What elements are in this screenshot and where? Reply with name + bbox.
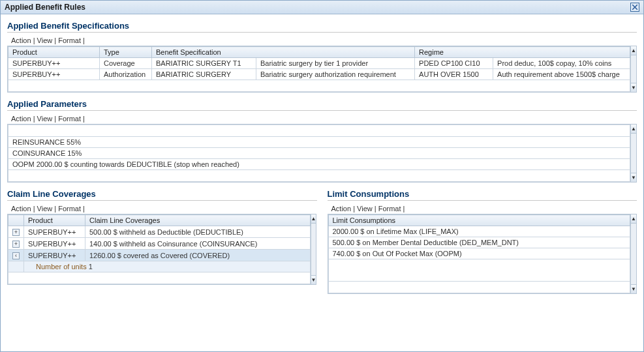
col-benefit-spec[interactable]: Benefit Specification [152, 47, 415, 58]
toolbar-view[interactable]: View [37, 115, 53, 123]
cell-spec-desc: Bariatric surgery by tier 1 provider [256, 58, 415, 69]
scroll-down-icon[interactable]: ▼ [311, 275, 316, 284]
titlebar: Applied Benefit Rules [1, 1, 643, 14]
col-product[interactable]: Product [24, 215, 85, 226]
scroll-up-icon[interactable]: ▲ [311, 214, 316, 224]
cell-spec-desc: Bariatric surgery authorization requirem… [256, 69, 415, 80]
table-row[interactable]: ‹ SUPERBUY++ 1260.00 $ covered as Covere… [8, 250, 311, 261]
table-row[interactable]: + SUPERBUY++ 140.00 $ withheld as Coinsu… [8, 238, 311, 250]
scroll-up-icon[interactable]: ▲ [631, 214, 636, 224]
divider [7, 110, 637, 111]
cell-param: OOPM 2000.00 $ counting towards DEDUCTIB… [8, 159, 630, 170]
panel-limits: Limit Consumptions Action | View | Forma… [328, 186, 637, 294]
scroll-track[interactable] [311, 224, 316, 275]
toolbar-action[interactable]: Action [11, 37, 31, 44]
cell-param: REINSURANCE 55% [8, 137, 630, 148]
section-title-spec: Applied Benefit Specifications [7, 21, 637, 31]
table-header-row: Product Type Benefit Specification Regim… [8, 47, 630, 58]
scroll-up-icon[interactable]: ▲ [631, 125, 636, 134]
col-regime[interactable]: Regime [415, 47, 630, 58]
table-footer-bar [8, 170, 630, 182]
cell-limit: 740.00 $ on Out Of Pocket Max (OOPM) [328, 248, 630, 259]
col-limit[interactable]: Limit Consumptions [328, 215, 630, 226]
coverages-table: Product Claim Line Coverages + SUPERBUY+… [8, 214, 311, 284]
divider [328, 200, 637, 201]
toolbar-coverages: Action | View | Format | [7, 203, 317, 214]
divider [7, 200, 317, 201]
section-title-coverages: Claim Line Coverages [7, 189, 317, 199]
toolbar-format[interactable]: Format [58, 205, 81, 213]
table-row[interactable]: OOPM 2000.00 $ counting towards DEDUCTIB… [8, 159, 630, 170]
scrollbar-coverages[interactable]: ▲ ▼ [311, 214, 317, 285]
scrollbar-params[interactable]: ▲ ▼ [631, 124, 637, 183]
cell-product: SUPERBUY++ [24, 226, 85, 238]
cell-coverage: 500.00 $ withheld as Deductible (DEDUCTI… [85, 226, 311, 238]
cell-product: SUPERBUY++ [8, 69, 100, 80]
scroll-down-icon[interactable]: ▼ [631, 83, 636, 92]
cell-regime-desc: Prod deduc, 100$ copay, 10% coins [493, 58, 630, 69]
cell-param: COINSURANCE 15% [8, 148, 630, 159]
table-footer-bar [8, 272, 311, 284]
limits-table: Limit Consumptions 2000.00 $ on Lifetime… [328, 214, 631, 293]
scroll-down-icon[interactable]: ▼ [631, 173, 636, 182]
collapse-icon[interactable]: ‹ [12, 252, 20, 259]
col-expander [8, 215, 24, 226]
table-row[interactable]: 740.00 $ on Out Of Pocket Max (OOPM) [328, 248, 630, 259]
toolbar-spec: Action | View | Format | [7, 35, 637, 46]
divider [7, 32, 637, 33]
col-type[interactable]: Type [100, 47, 152, 58]
cell-limit: 2000.00 $ on Lifetime Max (LIFE_MAX) [328, 226, 630, 237]
scrollbar-spec[interactable]: ▲ ▼ [631, 46, 637, 93]
table-footer-bar [8, 80, 630, 92]
table-footer-bar [328, 282, 630, 293]
cell-regime-code: AUTH OVER 1500 [415, 69, 493, 80]
table-header-row: Limit Consumptions [328, 215, 630, 226]
cell-type: Authorization [100, 69, 152, 80]
toolbar-view[interactable]: View [357, 205, 373, 213]
cell-product: SUPERBUY++ [8, 58, 100, 69]
table-row[interactable]: SUPERBUY++ Authorization BARIATRIC SURGE… [8, 69, 630, 80]
table-row[interactable]: REINSURANCE 55% [8, 137, 630, 148]
detail-label: Number of units [36, 263, 87, 271]
toolbar-view[interactable]: View [37, 37, 53, 44]
cell-product: SUPERBUY++ [24, 250, 85, 261]
toolbar-format[interactable]: Format [58, 115, 81, 123]
cell-product: SUPERBUY++ [24, 238, 85, 250]
table-row[interactable]: 500.00 $ on Member Dental Deductible (DE… [328, 237, 630, 248]
toolbar-action[interactable]: Action [11, 115, 31, 123]
cell-spec-code: BARIATRIC SURGERY [152, 69, 256, 80]
toolbar-action[interactable]: Action [331, 205, 352, 213]
col-coverage[interactable]: Claim Line Coverages [85, 215, 311, 226]
scrollbar-limits[interactable]: ▲ ▼ [631, 214, 637, 294]
scroll-track[interactable] [631, 224, 636, 284]
col-product[interactable]: Product [8, 47, 100, 58]
dialog-title: Applied Benefit Rules [5, 3, 85, 12]
benefit-spec-table: Product Type Benefit Specification Regim… [8, 46, 630, 92]
toolbar-format[interactable]: Format [378, 205, 401, 213]
cell-regime-code: PDED CP100 CI10 [415, 58, 493, 69]
cell-type: Coverage [100, 58, 152, 69]
toolbar-format[interactable]: Format [58, 37, 81, 44]
scroll-down-icon[interactable]: ▼ [631, 284, 636, 293]
table-row[interactable]: COINSURANCE 15% [8, 148, 630, 159]
scroll-track[interactable] [631, 55, 636, 83]
toolbar-action[interactable]: Action [11, 205, 31, 213]
expand-icon[interactable]: + [12, 241, 20, 248]
scroll-up-icon[interactable]: ▲ [631, 46, 636, 55]
expand-icon[interactable]: + [12, 229, 20, 236]
table-header-row: Product Claim Line Coverages [8, 215, 311, 226]
toolbar-view[interactable]: View [37, 205, 53, 213]
dialog-window: Applied Benefit Rules Applied Benefit Sp… [0, 0, 644, 352]
table-header-bar [8, 125, 630, 137]
toolbar-limits: Action | View | Format | [328, 203, 637, 214]
table-row[interactable]: + SUPERBUY++ 500.00 $ withheld as Deduct… [8, 226, 311, 238]
cell-regime-desc: Auth requirement above 1500$ charge [493, 69, 630, 80]
cell-coverage: 1260.00 $ covered as Covered (COVERED) [85, 250, 311, 261]
table-row[interactable]: SUPERBUY++ Coverage BARIATRIC SURGERY T1… [8, 58, 630, 69]
scroll-track[interactable] [631, 134, 636, 173]
table-row-empty [328, 259, 630, 282]
table-detail-row: Number of units 1 [8, 261, 311, 272]
close-icon[interactable] [630, 3, 639, 12]
cell-spec-code: BARIATRIC SURGERY T1 [152, 58, 256, 69]
table-row[interactable]: 2000.00 $ on Lifetime Max (LIFE_MAX) [328, 226, 630, 237]
